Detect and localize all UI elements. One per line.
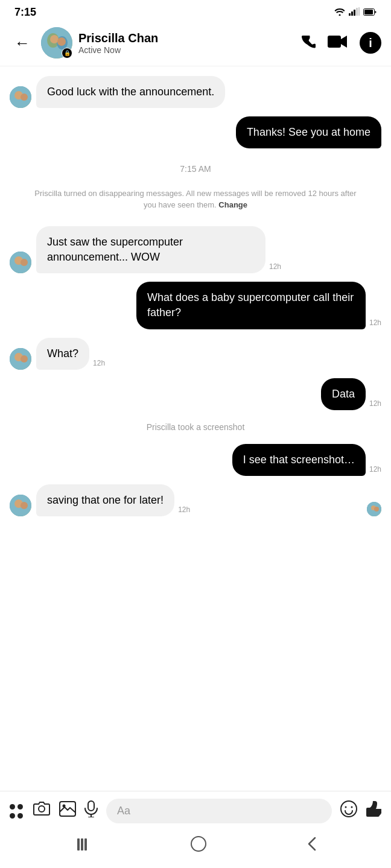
message-bubble: Data bbox=[321, 378, 366, 410]
avatar-lock-icon: 🔒 bbox=[62, 48, 72, 59]
svg-rect-2 bbox=[354, 10, 355, 16]
message-bubble: saving that one for later! bbox=[36, 484, 174, 516]
system-message: Priscilla turned on disappearing message… bbox=[10, 183, 381, 215]
message-bubble: Just saw the supercomputer announcement.… bbox=[36, 226, 265, 273]
bubble-with-time: 12h What does a baby supercomputer call … bbox=[136, 282, 381, 329]
svg-rect-12 bbox=[328, 36, 341, 48]
message-bubble: What? bbox=[36, 338, 89, 370]
navigation-bar bbox=[0, 828, 391, 868]
svg-point-35 bbox=[345, 806, 347, 808]
battery-icon bbox=[363, 8, 377, 17]
contact-status: Active Now bbox=[78, 45, 293, 55]
back-button[interactable]: ← bbox=[10, 31, 35, 55]
status-icons bbox=[334, 7, 377, 17]
change-link[interactable]: Change bbox=[218, 200, 247, 209]
svg-point-18 bbox=[21, 259, 28, 266]
nav-menu-button[interactable] bbox=[74, 837, 92, 854]
phone-call-button[interactable] bbox=[299, 33, 316, 52]
nav-back-button[interactable] bbox=[305, 835, 317, 856]
svg-rect-1 bbox=[351, 11, 353, 16]
svg-point-40 bbox=[191, 837, 206, 851]
message-row: 12h Data bbox=[10, 378, 381, 410]
contact-info: Priscilla Chan Active Now bbox=[78, 31, 293, 55]
time-divider: 7:15 AM bbox=[10, 159, 381, 176]
message-row: 12h I see that screenshot… bbox=[10, 444, 381, 476]
svg-point-36 bbox=[351, 806, 353, 808]
svg-rect-6 bbox=[364, 10, 373, 14]
status-bar: 7:15 bbox=[0, 0, 391, 22]
status-time: 7:15 bbox=[14, 6, 36, 19]
message-toolbar: Aa bbox=[0, 791, 391, 828]
emoji-button[interactable] bbox=[340, 800, 357, 822]
sender-avatar bbox=[10, 348, 31, 370]
bubble-with-time: 12h I see that screenshot… bbox=[232, 444, 381, 476]
svg-point-10 bbox=[50, 35, 59, 43]
bubble-with-time: What? 12h bbox=[36, 338, 105, 370]
read-receipt-avatar bbox=[367, 502, 381, 516]
message-time: 12h bbox=[93, 359, 105, 367]
message-bubble: What does a baby supercomputer call thei… bbox=[136, 282, 366, 329]
wifi-icon bbox=[334, 7, 345, 17]
screenshot-notice: Priscilla took a screenshot bbox=[10, 415, 381, 439]
message-time: 12h bbox=[369, 399, 381, 408]
video-call-button[interactable] bbox=[327, 33, 349, 52]
contact-name: Priscilla Chan bbox=[78, 31, 293, 45]
microphone-button[interactable] bbox=[84, 800, 98, 822]
message-bubble: Thanks! See you at home bbox=[236, 116, 381, 148]
svg-rect-0 bbox=[349, 13, 351, 16]
message-time: 12h bbox=[269, 262, 281, 271]
message-row: 12h What does a baby supercomputer call … bbox=[10, 282, 381, 329]
svg-rect-31 bbox=[88, 801, 94, 811]
message-time: 12h bbox=[369, 318, 381, 327]
svg-rect-39 bbox=[84, 838, 87, 851]
messages-container: Good luck with the announcement. Thanks!… bbox=[0, 66, 391, 791]
svg-point-21 bbox=[21, 355, 28, 363]
svg-rect-38 bbox=[81, 838, 83, 851]
sender-avatar bbox=[10, 252, 31, 273]
message-input[interactable]: Aa bbox=[106, 799, 332, 823]
svg-point-24 bbox=[21, 502, 28, 509]
message-row: saving that one for later! 12h bbox=[10, 484, 381, 516]
camera-button[interactable] bbox=[33, 801, 51, 821]
message-row: Just saw the supercomputer announcement.… bbox=[10, 226, 381, 273]
svg-rect-37 bbox=[77, 838, 80, 851]
read-receipt bbox=[364, 502, 381, 516]
chat-header: ← 🔒 Priscilla Chan Active Now bbox=[0, 22, 391, 66]
message-time: 12h bbox=[369, 465, 381, 474]
svg-point-27 bbox=[374, 507, 379, 512]
message-row: What? 12h bbox=[10, 338, 381, 370]
sender-avatar bbox=[10, 86, 31, 108]
svg-point-28 bbox=[39, 806, 45, 812]
toolbar-row: Aa bbox=[10, 799, 381, 823]
message-row: Thanks! See you at home bbox=[10, 116, 381, 148]
bubble-with-time: saving that one for later! 12h bbox=[36, 484, 190, 516]
signal-icon bbox=[349, 7, 360, 17]
more-options-button[interactable] bbox=[10, 804, 24, 819]
input-placeholder: Aa bbox=[117, 805, 130, 817]
message-bubble: Good luck with the announcement. bbox=[36, 76, 225, 108]
sender-avatar bbox=[10, 495, 31, 516]
bubble-with-time: 12h Data bbox=[321, 378, 381, 410]
bubble-with-time: Just saw the supercomputer announcement.… bbox=[36, 226, 281, 273]
nav-home-button[interactable] bbox=[190, 835, 207, 856]
svg-point-15 bbox=[21, 93, 28, 101]
message-row: Good luck with the announcement. bbox=[10, 76, 381, 108]
contact-avatar[interactable]: 🔒 bbox=[41, 27, 72, 59]
image-button[interactable] bbox=[59, 801, 76, 821]
like-button[interactable] bbox=[366, 800, 381, 822]
header-actions: i bbox=[299, 32, 381, 54]
message-bubble: I see that screenshot… bbox=[232, 444, 366, 476]
svg-rect-3 bbox=[356, 8, 358, 16]
svg-rect-4 bbox=[358, 7, 360, 16]
message-time: 12h bbox=[178, 505, 190, 514]
info-button[interactable]: i bbox=[360, 32, 381, 54]
svg-point-11 bbox=[57, 37, 66, 46]
